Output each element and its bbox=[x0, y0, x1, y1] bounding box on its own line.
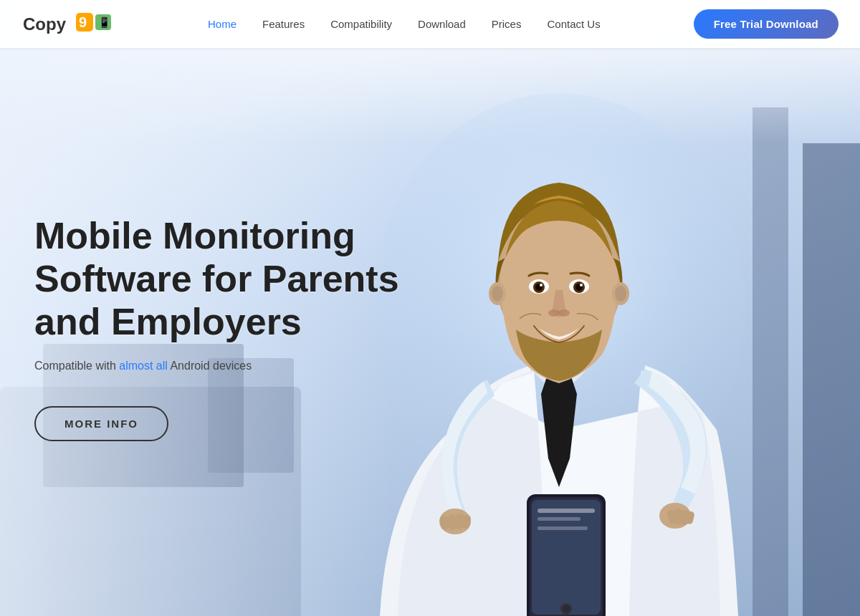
svg-rect-33 bbox=[538, 517, 580, 521]
nav-item-compatibility[interactable]: Compatibility bbox=[330, 18, 392, 30]
free-trial-button[interactable]: Free Trial Download bbox=[694, 9, 838, 39]
more-info-button[interactable]: MORE INFO bbox=[34, 406, 168, 441]
nav-item-contact[interactable]: Contact Us bbox=[547, 18, 600, 30]
svg-point-14 bbox=[558, 309, 570, 317]
svg-text:Copy: Copy bbox=[23, 14, 67, 34]
svg-point-13 bbox=[548, 309, 560, 317]
svg-point-36 bbox=[563, 605, 570, 612]
hero-section: Mobile Monitoring Software for Parents a… bbox=[0, 0, 860, 616]
svg-point-12 bbox=[580, 284, 583, 287]
hero-subtitle: Compatible with almost all Android devic… bbox=[34, 357, 399, 375]
nav-item-prices[interactable]: Prices bbox=[492, 18, 522, 30]
hero-content: Mobile Monitoring Software for Parents a… bbox=[34, 215, 399, 441]
nav-item-features[interactable]: Features bbox=[262, 18, 305, 30]
bg-right-dark bbox=[803, 143, 860, 616]
header: Copy 9 📱 Home Features Compatibility Dow… bbox=[0, 0, 860, 48]
hero-title: Mobile Monitoring Software for Parents a… bbox=[34, 215, 399, 343]
svg-text:9: 9 bbox=[79, 14, 87, 30]
svg-point-8 bbox=[540, 284, 543, 287]
svg-rect-21 bbox=[448, 514, 457, 531]
nav-item-download[interactable]: Download bbox=[418, 18, 466, 30]
svg-point-16 bbox=[492, 286, 503, 302]
nav-item-home[interactable]: Home bbox=[208, 18, 236, 30]
svg-rect-32 bbox=[538, 509, 595, 513]
hero-person-image bbox=[344, 57, 774, 616]
svg-point-18 bbox=[615, 286, 626, 302]
logo: Copy 9 📱 bbox=[22, 10, 115, 39]
svg-text:📱: 📱 bbox=[98, 16, 111, 29]
main-nav: Home Features Compatibility Download Pri… bbox=[208, 18, 601, 30]
logo-svg: Copy 9 📱 bbox=[22, 10, 115, 39]
svg-rect-34 bbox=[538, 526, 588, 530]
